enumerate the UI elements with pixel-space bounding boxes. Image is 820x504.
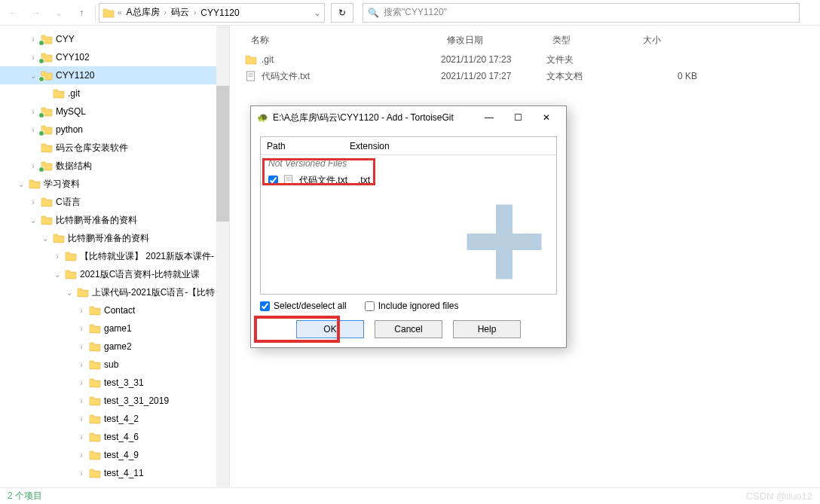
dialog-titlebar[interactable]: 🐢 E:\A总库房\码云\CYY1120 - Add - TortoiseGit… (251, 106, 566, 129)
crumb-item[interactable]: 码云 (170, 6, 191, 19)
tree-item[interactable]: game2 (0, 338, 229, 356)
tree-item[interactable]: C语言 (0, 193, 229, 211)
search-input[interactable]: 🔍 搜索"CYY1120" (363, 3, 800, 23)
tree-item[interactable]: 数据结构 (0, 157, 229, 175)
crumb-item[interactable]: A总库房 (125, 6, 161, 19)
expand-icon[interactable] (29, 53, 38, 62)
file-row[interactable]: 代码文件.txt2021/11/20 17:27文本文档0 KB (230, 68, 820, 84)
col-name[interactable]: 名称 (245, 34, 441, 47)
expand-icon[interactable] (29, 198, 38, 206)
include-ignored-checkbox[interactable]: Include ignored files (365, 301, 459, 311)
tree-item[interactable]: .git (0, 84, 229, 102)
breadcrumb-dropdown[interactable]: ⌄ (314, 8, 321, 18)
expand-icon[interactable] (29, 72, 38, 80)
col-extension[interactable]: Extension (344, 141, 556, 151)
search-icon: 🔍 (368, 8, 379, 18)
expand-icon[interactable] (29, 126, 38, 134)
expand-icon[interactable] (77, 469, 86, 478)
scroll-thumb[interactable] (216, 86, 229, 221)
chevron-right-icon: › (164, 8, 167, 17)
tree-item[interactable]: 2021版C语言资料-比特就业课 (0, 265, 229, 283)
file-row[interactable]: .git2021/11/20 17:23文件夹 (230, 51, 820, 68)
expand-icon[interactable] (77, 397, 86, 405)
folder-icon (77, 287, 89, 298)
up-button[interactable]: ↑ (71, 3, 92, 23)
forward-button[interactable]: → (26, 3, 47, 23)
folder-icon (29, 179, 41, 189)
tree-item[interactable]: test_4_11 (0, 464, 229, 482)
tree-item[interactable]: Contact (0, 301, 229, 319)
expand-icon[interactable] (77, 343, 86, 351)
separator (95, 5, 96, 21)
tree-item[interactable]: 学习资料 (0, 175, 229, 193)
tortoise-icon: 🐢 (257, 112, 268, 123)
tree-item-label: 上课代码-2021版C语言-【比特 (92, 286, 215, 299)
options-row: Select/deselect all Include ignored file… (260, 301, 557, 311)
expand-icon[interactable] (65, 289, 74, 297)
expand-icon[interactable] (77, 433, 86, 441)
refresh-button[interactable]: ↻ (331, 3, 353, 23)
tree-item-label: test_4_11 (104, 468, 144, 478)
tree-item-label: game1 (104, 323, 132, 334)
breadcrumb[interactable]: « A总库房 › 码云 › CYY1120 ⌄ (99, 3, 325, 23)
expand-icon[interactable] (53, 270, 62, 279)
back-button[interactable]: ← (3, 3, 24, 23)
folder-icon (89, 468, 101, 478)
tree-item[interactable]: test_4_6 (0, 428, 229, 446)
tree-item[interactable]: 【比特就业课】 2021新版本课件- (0, 247, 229, 265)
tree-item[interactable]: 码云仓库安装软件 (0, 139, 229, 157)
select-all-checkbox[interactable]: Select/deselect all (260, 301, 347, 311)
crumb-item[interactable]: CYY1120 (199, 8, 240, 18)
expand-icon[interactable] (29, 216, 38, 225)
tree-item[interactable]: python (0, 121, 229, 139)
tree-item-label: test_4_9 (104, 450, 139, 460)
tree-item-label: 比特鹏哥准备的资料 (56, 214, 137, 227)
col-size[interactable]: 大小 (637, 34, 712, 47)
highlight-box (262, 158, 375, 185)
tree-item-label: CYY1120 (56, 70, 94, 81)
history-button[interactable]: ⌄ (48, 3, 69, 23)
tree-item[interactable]: test_4_2 (0, 410, 229, 428)
tree-item[interactable]: 比特鹏哥准备的资料 (0, 229, 229, 247)
expand-icon[interactable] (77, 415, 86, 423)
col-date[interactable]: 修改日期 (441, 34, 546, 47)
tree-item-label: test_3_31 (104, 377, 144, 388)
expand-icon[interactable] (77, 325, 86, 333)
folder-icon (89, 377, 101, 388)
tree-item[interactable]: test_3_31 (0, 374, 229, 392)
expand-icon[interactable] (29, 35, 38, 44)
tree-item[interactable]: game1 (0, 319, 229, 338)
expand-icon[interactable] (77, 307, 86, 315)
tree-item[interactable]: test_3_31_2019 (0, 392, 229, 410)
tree-item[interactable]: sub (0, 356, 229, 374)
file-name: 代码文件.txt (262, 70, 310, 83)
folder-icon (89, 396, 101, 406)
cancel-button[interactable]: Cancel (375, 320, 442, 338)
help-button[interactable]: Help (453, 320, 521, 338)
expand-icon[interactable] (41, 234, 50, 243)
expand-icon[interactable] (17, 180, 26, 188)
tree-item-label: .git (68, 88, 80, 99)
close-button[interactable]: ✕ (533, 109, 560, 126)
tree-item[interactable]: CYY (0, 30, 229, 48)
tree-item[interactable]: test_4_9 (0, 446, 229, 464)
minimize-button[interactable]: — (476, 109, 503, 126)
tree-item[interactable]: MySQL (0, 102, 229, 121)
expand-icon[interactable] (77, 361, 86, 369)
maximize-button[interactable]: ☐ (504, 109, 531, 126)
expand-icon[interactable] (53, 252, 62, 261)
tortoisegit-add-dialog: 🐢 E:\A总库房\码云\CYY1120 - Add - TortoiseGit… (250, 105, 567, 348)
expand-icon[interactable] (77, 451, 86, 460)
plus-background-icon (463, 200, 546, 283)
tree-item[interactable]: 比特鹏哥准备的资料 (0, 211, 229, 229)
tree-item-label: test_4_6 (104, 432, 139, 442)
col-type[interactable]: 类型 (546, 34, 637, 47)
tree-item[interactable]: CYY102 (0, 48, 229, 66)
item-count: 2 个项目 (8, 490, 42, 502)
col-path[interactable]: Path (261, 141, 344, 151)
expand-icon[interactable] (29, 108, 38, 116)
tree-item[interactable]: 上课代码-2021版C语言-【比特 (0, 283, 229, 301)
expand-icon[interactable] (77, 379, 86, 387)
tree-item[interactable]: CYY1120 (0, 66, 229, 84)
expand-icon[interactable] (29, 162, 38, 170)
